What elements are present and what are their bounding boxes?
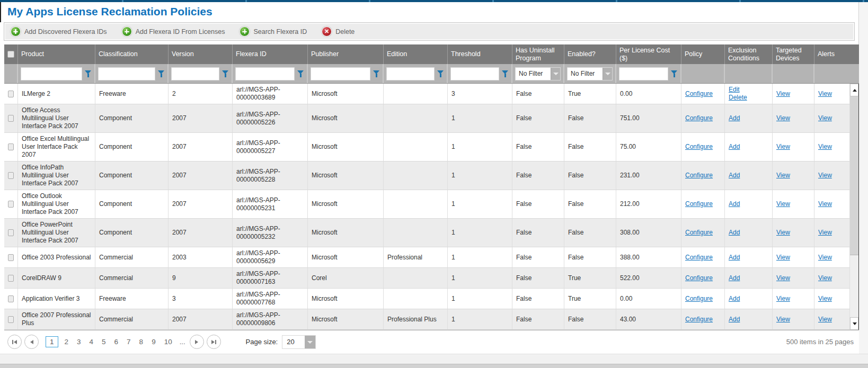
page-number-5[interactable]: 5 <box>98 338 110 346</box>
configure-link[interactable]: Configure <box>685 143 713 150</box>
configure-link[interactable]: Configure <box>685 172 713 179</box>
chevron-down-icon[interactable] <box>603 68 612 80</box>
chevron-down-icon[interactable] <box>551 68 560 80</box>
add-flexera-id-from-licenses-button[interactable]: Add Flexera ID From Licenses <box>122 26 225 37</box>
filter-funnel-icon[interactable] <box>437 69 444 78</box>
view-alerts-link[interactable]: View <box>818 254 832 261</box>
column-header-exclusion[interactable]: Exclusion Conditions <box>725 44 773 64</box>
configure-link[interactable]: Configure <box>685 114 713 122</box>
view-devices-link[interactable]: View <box>776 295 790 302</box>
view-devices-link[interactable]: View <box>776 200 790 208</box>
column-header-product[interactable]: Product <box>18 44 95 64</box>
add-link[interactable]: Add <box>729 172 740 179</box>
column-header-cost[interactable]: Per License Cost ($) <box>616 44 681 64</box>
filter-dropdown-enabled[interactable]: No Filter <box>567 67 613 80</box>
edit-link[interactable]: Edit <box>729 86 740 93</box>
view-devices-link[interactable]: View <box>776 316 790 323</box>
select-all-checkbox[interactable] <box>7 51 14 58</box>
view-devices-link[interactable]: View <box>776 90 790 97</box>
page-number-8[interactable]: 8 <box>135 338 148 346</box>
filter-input-edition[interactable] <box>386 67 435 80</box>
column-header-classification[interactable]: Classification <box>95 44 169 64</box>
row-checkbox[interactable] <box>8 201 14 208</box>
filter-funnel-icon[interactable] <box>157 69 165 78</box>
add-link[interactable]: Add <box>729 254 740 261</box>
view-alerts-link[interactable]: View <box>818 114 832 122</box>
page-number-9[interactable]: 9 <box>147 338 160 346</box>
view-alerts-link[interactable]: View <box>818 295 832 302</box>
filter-input-cost[interactable] <box>619 67 668 80</box>
page-number-7[interactable]: 7 <box>122 338 135 346</box>
filter-input-flexera_id[interactable] <box>235 67 295 80</box>
delete-link[interactable]: Delete <box>729 94 747 101</box>
column-header-edition[interactable]: Edition <box>384 44 448 64</box>
add-discovered-flexera-ids-button[interactable]: Add Discovered Flexera IDs <box>11 26 107 37</box>
add-link[interactable]: Add <box>729 295 740 302</box>
vertical-scrollbar[interactable] <box>850 84 859 330</box>
column-header-flexera_id[interactable]: Flexera ID <box>233 44 308 64</box>
row-checkbox[interactable] <box>8 275 14 282</box>
row-checkbox[interactable] <box>8 172 14 179</box>
page-number-6[interactable]: 6 <box>110 338 123 346</box>
column-header-version[interactable]: Version <box>169 44 233 64</box>
add-link[interactable]: Add <box>729 316 740 323</box>
scroll-up-button[interactable] <box>850 84 858 96</box>
filter-input-version[interactable] <box>171 67 219 80</box>
add-link[interactable]: Add <box>729 143 740 150</box>
view-devices-link[interactable]: View <box>776 143 790 150</box>
view-alerts-link[interactable]: View <box>818 200 832 208</box>
page-number-2[interactable]: 2 <box>60 338 73 346</box>
chevron-down-icon[interactable] <box>305 336 315 348</box>
filter-funnel-icon[interactable] <box>373 69 380 78</box>
column-header-has_uninstall[interactable]: Has Uninstall Program <box>512 44 564 64</box>
filter-funnel-icon[interactable] <box>84 69 92 78</box>
row-checkbox[interactable] <box>8 295 14 302</box>
view-devices-link[interactable]: View <box>776 114 790 122</box>
row-checkbox[interactable] <box>8 229 14 236</box>
view-alerts-link[interactable]: View <box>818 90 832 97</box>
column-header-enabled[interactable]: Enabled? <box>564 44 616 64</box>
column-header-publisher[interactable]: Publisher <box>308 44 384 64</box>
configure-link[interactable]: Configure <box>685 200 713 208</box>
filter-dropdown-has_uninstall[interactable]: No Filter <box>515 67 561 80</box>
view-alerts-link[interactable]: View <box>818 274 832 282</box>
row-checkbox[interactable] <box>8 316 14 323</box>
add-link[interactable]: Add <box>729 274 740 282</box>
view-devices-link[interactable]: View <box>776 229 790 236</box>
scrollbar-track[interactable] <box>850 96 858 317</box>
view-devices-link[interactable]: View <box>776 274 790 282</box>
configure-link[interactable]: Configure <box>685 274 713 282</box>
filter-input-product[interactable] <box>21 67 82 80</box>
view-alerts-link[interactable]: View <box>818 229 832 236</box>
configure-link[interactable]: Configure <box>685 229 713 236</box>
search-flexera-id-button[interactable]: Search Flexera ID <box>240 26 307 37</box>
last-page-button[interactable] <box>207 335 221 349</box>
configure-link[interactable]: Configure <box>685 90 713 97</box>
view-devices-link[interactable]: View <box>776 254 790 261</box>
page-number-3[interactable]: 3 <box>73 338 85 346</box>
view-alerts-link[interactable]: View <box>818 316 832 323</box>
column-header-alerts[interactable]: Alerts <box>814 44 850 64</box>
filter-input-classification[interactable] <box>98 67 155 80</box>
row-checkbox[interactable] <box>8 91 14 97</box>
row-checkbox[interactable] <box>8 143 14 150</box>
configure-link[interactable]: Configure <box>685 316 713 323</box>
add-link[interactable]: Add <box>729 229 740 236</box>
view-alerts-link[interactable]: View <box>818 172 832 179</box>
page-number-4[interactable]: 4 <box>85 338 98 346</box>
previous-page-button[interactable] <box>24 335 39 349</box>
filter-funnel-icon[interactable] <box>222 69 229 78</box>
view-alerts-link[interactable]: View <box>818 143 832 150</box>
add-link[interactable]: Add <box>729 114 740 122</box>
view-devices-link[interactable]: View <box>776 172 790 179</box>
row-checkbox[interactable] <box>8 115 14 122</box>
page-size-dropdown[interactable]: 20 <box>282 335 316 349</box>
next-page-button[interactable] <box>190 335 204 349</box>
delete-button[interactable]: Delete <box>322 26 355 37</box>
page-number-10[interactable]: 10 <box>160 338 176 346</box>
column-header-threshold[interactable]: Threshold <box>448 44 512 64</box>
column-header-targeted[interactable]: Targeted Devices <box>773 44 814 64</box>
configure-link[interactable]: Configure <box>685 295 713 302</box>
filter-funnel-icon[interactable] <box>297 69 304 78</box>
configure-link[interactable]: Configure <box>685 254 713 261</box>
